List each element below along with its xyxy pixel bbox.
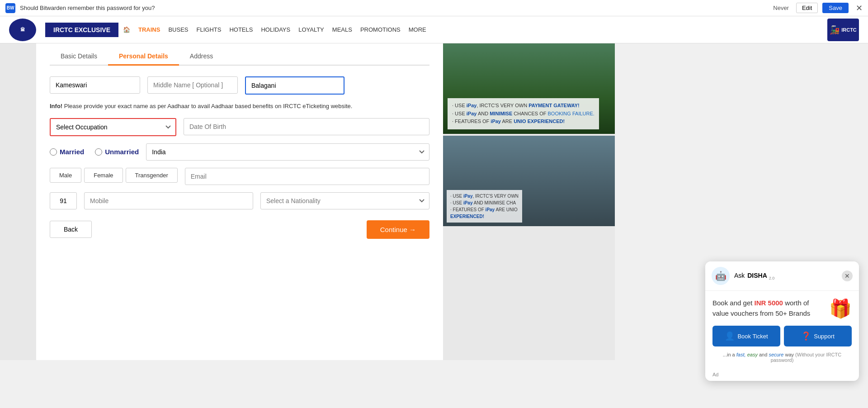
mobile-input[interactable] (84, 192, 253, 209)
country-select[interactable]: India (146, 143, 429, 161)
gender-transgender-button[interactable]: Transgender (126, 168, 178, 183)
nav-items: 🏠 TRAINS BUSES FLIGHTS HOTELS HOLIDAYS L… (123, 18, 827, 41)
gender-group: Male Female Transgender (50, 168, 178, 183)
payment-info-overlay: · USE iPay, IRCTC'S VERY OWN PAYMENT GAT… (448, 98, 599, 129)
last-name-input[interactable] (245, 76, 344, 95)
bitwarden-never-button[interactable]: Never (773, 5, 789, 11)
disha-promo-text: Book and get INR 5000 worth of value vou… (712, 298, 824, 319)
disha-title-group: Ask DISHA 2.0 (734, 272, 774, 280)
payment2-line2: · USE iPay AND MINIMISE CHA (450, 199, 519, 206)
train-image: · USE iPay, IRCTC'S VERY OWN PAYMENT GAT… (443, 43, 615, 134)
bitwarden-close-button[interactable]: ✕ (856, 3, 863, 13)
disha-title: Ask DISHA 2.0 (734, 272, 774, 280)
married-radio-label[interactable]: Married (50, 148, 84, 156)
middle-name-input[interactable] (147, 76, 238, 94)
nav-buses[interactable]: BUSES (168, 18, 188, 41)
first-name-input[interactable] (50, 76, 140, 94)
nav-trains[interactable]: TRAINS (138, 18, 160, 41)
payment2-line4: EXPERIENCED! (450, 213, 519, 220)
tab-basic-details[interactable]: Basic Details (50, 48, 108, 66)
nav-more[interactable]: MORE (409, 18, 426, 41)
occupation-select[interactable]: Select Occupation (50, 118, 176, 136)
top-banner-image: · USE iPay, IRCTC'S VERY OWN PAYMENT GAT… (443, 43, 615, 134)
married-radio[interactable] (50, 148, 57, 156)
dob-input[interactable] (184, 118, 429, 135)
irctc-logo-left: 🏛 (9, 19, 36, 41)
payment-line3: · FEATURES OF iPay ARE UNIO EXPERIENCED! (452, 118, 594, 126)
payment-line1: · USE iPay, IRCTC'S VERY OWN PAYMENT GAT… (452, 102, 594, 110)
phone-code-input[interactable] (50, 192, 77, 209)
disha-book-ticket-button[interactable]: 👤 Book Ticket (712, 326, 780, 346)
disha-action-buttons: 👤 Book Ticket ❓ Support (712, 326, 852, 346)
unmarried-radio-label[interactable]: Unmarried (95, 148, 139, 156)
tab-address[interactable]: Address (179, 48, 224, 66)
bitwarden-logo: BW (5, 3, 15, 13)
disha-avatar: 🤖 (712, 267, 730, 285)
disha-footer: ...in a fast, easy and secure way (Witho… (712, 352, 852, 360)
gender-male-button[interactable]: Male (50, 168, 81, 183)
nav-promotions[interactable]: PROMOTIONS (360, 18, 401, 41)
bottom-banner-image: · USE iPay, IRCTC'S VERY OWN · USE iPay … (443, 136, 615, 226)
payment2-line3: · FEATURES OF iPay ARE UNIO (450, 206, 519, 213)
gender-female-button[interactable]: Female (84, 168, 123, 183)
marital-country-row: Married Unmarried India (50, 143, 429, 161)
back-button[interactable]: Back (50, 221, 92, 238)
bitwarden-save-button[interactable]: Save (822, 3, 849, 13)
disha-panel: 🤖 Ask DISHA 2.0 ✕ Book and get INR 5000 … (705, 261, 859, 360)
action-row: Back Continue → (50, 220, 429, 239)
nav-flights[interactable]: FLIGHTS (196, 18, 221, 41)
irctc-logo-right: 🚂 IRCTC (827, 19, 859, 41)
continue-button[interactable]: Continue → (367, 220, 429, 239)
bus-image: · USE iPay, IRCTC'S VERY OWN · USE iPay … (443, 136, 615, 226)
disha-body: Book and get INR 5000 worth of value vou… (705, 291, 859, 360)
payment2-line1: · USE iPay, IRCTC'S VERY OWN (450, 193, 519, 199)
nav-loyalty[interactable]: LOYALTY (298, 18, 324, 41)
email-input[interactable] (185, 168, 429, 185)
gender-email-row: Male Female Transgender (50, 168, 429, 185)
aadhaar-info-text: Info! Please provide your exact name as … (50, 102, 429, 111)
bitwarden-edit-button[interactable]: Edit (796, 3, 818, 13)
disha-gift-icon: 🎁 (829, 298, 852, 319)
disha-close-button[interactable]: ✕ (842, 270, 853, 281)
disha-header: 🤖 Ask DISHA 2.0 ✕ (705, 261, 859, 291)
name-row (50, 76, 429, 95)
right-panel: · USE iPay, IRCTC'S VERY OWN PAYMENT GAT… (443, 43, 615, 360)
content-area: Basic Details Personal Details Address I… (36, 43, 443, 360)
tab-personal-details[interactable]: Personal Details (108, 48, 179, 66)
bitwarden-message: Should Bitwarden remember this password … (20, 5, 769, 11)
marital-status-group: Married Unmarried (50, 148, 139, 156)
nav-hotels[interactable]: HOTELS (229, 18, 253, 41)
disha-promo-row: Book and get INR 5000 worth of value vou… (712, 298, 852, 319)
payment-line2: · USE iPay AND MINIMISE CHANCES OF BOOKI… (452, 110, 594, 118)
occupation-dob-row: Select Occupation (50, 118, 429, 136)
tab-bar: Basic Details Personal Details Address (50, 43, 429, 66)
phone-nationality-row: Select a Nationality (50, 192, 429, 209)
nationality-select[interactable]: Select a Nationality (260, 192, 429, 209)
nav-home[interactable]: 🏠 (123, 18, 130, 41)
left-sidebar (0, 43, 36, 360)
nav-meals[interactable]: MEALS (332, 18, 352, 41)
payment-info2-overlay: · USE iPay, IRCTC'S VERY OWN · USE iPay … (447, 190, 522, 223)
nav-holidays[interactable]: HOLIDAYS (261, 18, 290, 41)
irctc-exclusive-label[interactable]: IRCTC EXCLUSIVE (45, 23, 118, 37)
disha-support-button[interactable]: ❓ Support (784, 326, 852, 346)
unmarried-radio[interactable] (95, 148, 102, 156)
navbar: 🏛 IRCTC EXCLUSIVE 🏠 TRAINS BUSES FLIGHTS… (0, 16, 868, 43)
bitwarden-bar: BW Should Bitwarden remember this passwo… (0, 0, 868, 16)
occupation-wrapper: Select Occupation (50, 118, 176, 136)
